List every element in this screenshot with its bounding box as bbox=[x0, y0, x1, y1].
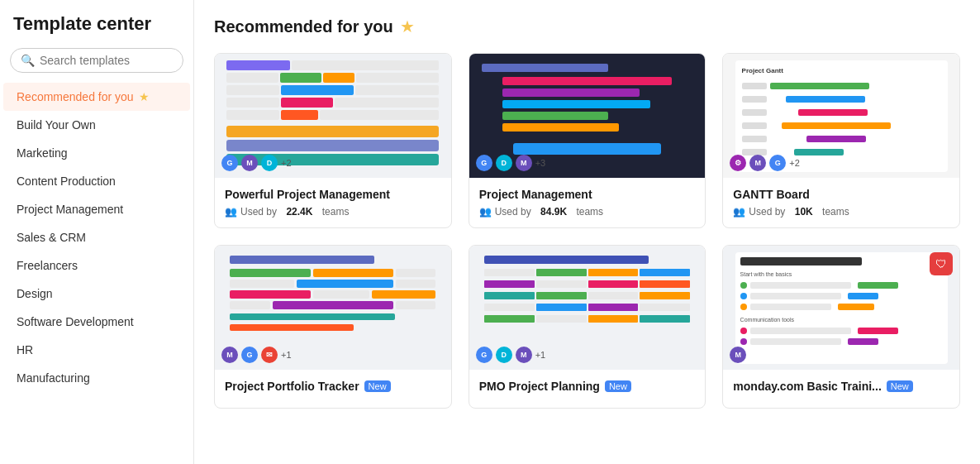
card-info-pmo: PMO Project Planning New bbox=[469, 370, 706, 408]
sidebar-item-recommended[interactable]: Recommended for you ★ bbox=[3, 83, 190, 111]
template-card-training[interactable]: 🛡 Start with the basics bbox=[722, 245, 960, 409]
badge-pmo3: M bbox=[516, 347, 532, 363]
sidebar-item-label: Recommended for you bbox=[17, 90, 134, 103]
page-title: Template center bbox=[0, 13, 193, 48]
new-badge-portfolio: New bbox=[364, 380, 391, 392]
sidebar-item-sales-crm[interactable]: Sales & CRM bbox=[3, 223, 190, 251]
badge-count-powerful-pm: +2 bbox=[281, 158, 292, 168]
badge-gantt2: M bbox=[749, 155, 766, 171]
badge-portfolio3: ✉ bbox=[261, 347, 278, 363]
card-info-powerful-pm: Powerful Project Management 👥 Used by 22… bbox=[215, 178, 451, 227]
users-icon3: 👥 bbox=[733, 206, 745, 218]
sidebar-item-marketing[interactable]: Marketing bbox=[3, 139, 190, 167]
shield-icon: 🛡 bbox=[930, 252, 953, 275]
sidebar-item-content-production[interactable]: Content Production bbox=[3, 167, 190, 195]
sidebar-item-label: Design bbox=[17, 287, 53, 300]
users-icon2: 👥 bbox=[479, 206, 492, 218]
template-card-powerful-pm[interactable]: G M D +2 Powerful Project Management 👥 U… bbox=[214, 53, 452, 228]
badge-pmo1: G bbox=[476, 347, 492, 363]
sidebar-item-build-your-own[interactable]: Build Your Own bbox=[3, 111, 190, 139]
template-card-project-management[interactable]: G D M +3 Project Management 👥 Used by 84… bbox=[469, 53, 706, 228]
badge-training1: M bbox=[730, 347, 746, 363]
template-grid: G M D +2 Powerful Project Management 👥 U… bbox=[214, 53, 960, 409]
badge-dropbox: D bbox=[261, 155, 278, 171]
template-preview-gantt: Project Gantt bbox=[723, 54, 959, 178]
card-info-project-management: Project Management 👥 Used by 84.9K teams bbox=[469, 178, 706, 227]
section-title: Recommended for you bbox=[214, 17, 393, 36]
main-content: Recommended for you ★ bbox=[194, 0, 980, 464]
badge-pmo2: D bbox=[496, 347, 512, 363]
card-info-training: monday.com Basic Traini... New bbox=[723, 370, 959, 408]
sidebar-item-software-development[interactable]: Software Development bbox=[3, 308, 190, 336]
template-preview-portfolio: M G ✉ +1 bbox=[215, 246, 451, 370]
card-info-gantt: GANTT Board 👥 Used by 10K teams bbox=[723, 178, 959, 227]
badge-count-project-management: +3 bbox=[535, 158, 546, 168]
card-badges-pmo: G D M +1 bbox=[476, 347, 546, 363]
sidebar-item-project-management[interactable]: Project Management bbox=[3, 195, 190, 223]
search-icon: 🔍 bbox=[21, 54, 35, 67]
badge-google2: G bbox=[476, 155, 492, 171]
card-name-gantt: GANTT Board bbox=[733, 188, 949, 201]
badge-google: G bbox=[221, 155, 238, 171]
card-usage-powerful-pm: 👥 Used by 22.4K teams bbox=[225, 206, 441, 218]
sidebar-item-label: Software Development bbox=[17, 315, 134, 328]
sidebar-item-label: Build Your Own bbox=[17, 118, 96, 132]
card-badges-powerful-pm: G M D +2 bbox=[221, 155, 292, 171]
sidebar-nav: Recommended for you ★ Build Your Own Mar… bbox=[0, 83, 193, 392]
template-preview-project-management: G D M +3 bbox=[469, 54, 706, 178]
badge-count-portfolio: +1 bbox=[281, 350, 292, 360]
badge-monday2: M bbox=[516, 155, 532, 171]
card-badges-portfolio: M G ✉ +1 bbox=[221, 347, 292, 363]
section-star-icon: ★ bbox=[400, 17, 415, 36]
sidebar-item-label: Sales & CRM bbox=[17, 231, 86, 244]
sidebar-item-freelancers[interactable]: Freelancers bbox=[3, 251, 190, 280]
template-preview-pmo: G D M +1 bbox=[469, 246, 706, 370]
new-badge-training: New bbox=[887, 380, 913, 392]
star-icon: ★ bbox=[139, 90, 150, 103]
template-card-portfolio[interactable]: M G ✉ +1 Project Portfolio Tracker New bbox=[214, 245, 452, 409]
badge-portfolio1: M bbox=[221, 347, 238, 363]
card-name-training: monday.com Basic Traini... New bbox=[733, 380, 949, 393]
sidebar-item-design[interactable]: Design bbox=[3, 280, 190, 308]
badge-monday: M bbox=[241, 155, 258, 171]
template-preview-training: 🛡 Start with the basics bbox=[723, 246, 959, 370]
badge-count-gantt: +2 bbox=[789, 158, 800, 168]
users-icon: 👥 bbox=[225, 206, 237, 218]
template-card-gantt[interactable]: Project Gantt bbox=[722, 53, 960, 228]
template-card-pmo[interactable]: G D M +1 PMO Project Planning New bbox=[469, 245, 706, 409]
card-info-portfolio: Project Portfolio Tracker New bbox=[215, 370, 451, 408]
sidebar-item-label: Project Management bbox=[17, 203, 123, 216]
sidebar-item-manufacturing[interactable]: Manufacturing bbox=[3, 364, 190, 392]
search-box[interactable]: 🔍 bbox=[10, 48, 183, 73]
card-usage-project-management: 👥 Used by 84.9K teams bbox=[479, 206, 696, 218]
card-name-portfolio: Project Portfolio Tracker New bbox=[225, 380, 441, 393]
search-input[interactable] bbox=[40, 54, 173, 67]
sidebar-item-hr[interactable]: HR bbox=[3, 336, 190, 364]
section-header: Recommended for you ★ bbox=[214, 17, 960, 36]
card-badges-gantt: ⚙ M G +2 bbox=[730, 155, 800, 171]
card-name-project-management: Project Management bbox=[479, 188, 696, 201]
training-title-bar bbox=[740, 257, 862, 265]
sidebar-item-label: Manufacturing bbox=[17, 371, 90, 385]
badge-portfolio2: G bbox=[241, 347, 258, 363]
template-preview-powerful-pm: G M D +2 bbox=[215, 54, 451, 178]
sidebar-item-label: HR bbox=[17, 343, 33, 356]
badge-gantt1: ⚙ bbox=[730, 155, 746, 171]
card-usage-gantt: 👥 Used by 10K teams bbox=[733, 206, 949, 218]
card-badges-project-management: G D M +3 bbox=[476, 155, 546, 171]
sidebar-item-label: Freelancers bbox=[17, 259, 78, 272]
card-name-powerful-pm: Powerful Project Management bbox=[225, 188, 441, 201]
sidebar-item-label: Marketing bbox=[17, 146, 67, 160]
card-badges-training: M bbox=[730, 347, 746, 363]
sidebar-item-label: Content Production bbox=[17, 175, 116, 188]
badge-count-pmo: +1 bbox=[535, 350, 546, 360]
new-badge-pmo: New bbox=[605, 380, 631, 392]
badge-dropbox2: D bbox=[496, 155, 512, 171]
sidebar: Template center 🔍 Recommended for you ★ … bbox=[0, 0, 194, 464]
card-name-pmo: PMO Project Planning New bbox=[479, 380, 696, 393]
badge-gantt3: G bbox=[769, 155, 786, 171]
